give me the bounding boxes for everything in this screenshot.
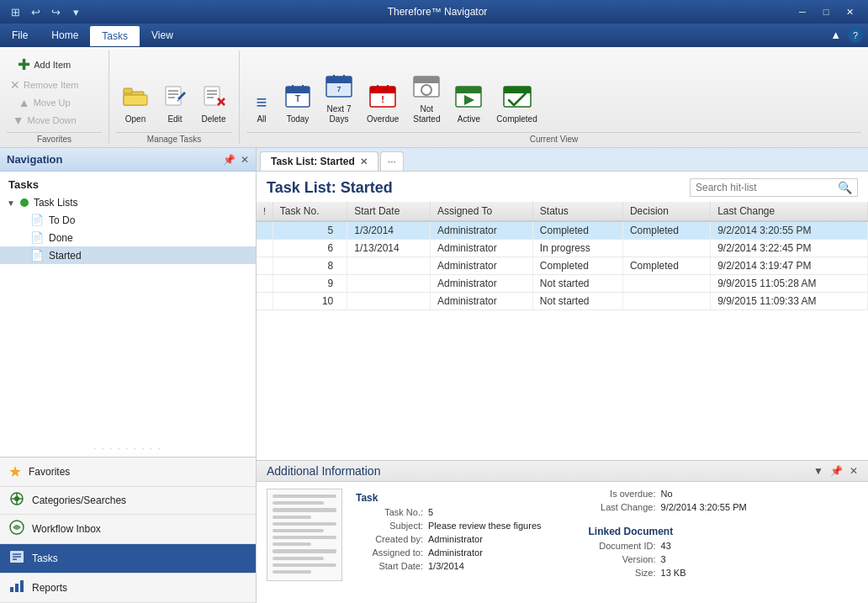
app-icon: ⊞ xyxy=(7,3,24,20)
customize-icon[interactable]: ▾ xyxy=(67,3,84,20)
flag-cell xyxy=(257,240,273,257)
col-last-change[interactable]: Last Change xyxy=(711,202,868,221)
undo-icon[interactable]: ↩ xyxy=(27,3,44,20)
table-row[interactable]: 5 1/3/2014 Administrator Completed Compl… xyxy=(257,221,868,240)
menu-item-view[interactable]: View xyxy=(140,24,185,46)
remove-item-button[interactable]: ✕ Remove Item xyxy=(7,77,82,93)
minimize-button[interactable]: ─ xyxy=(791,0,814,24)
nav-resize-handle[interactable]: · · · · · · · · · xyxy=(0,441,256,457)
tree-item-task-lists[interactable]: ▼ Task Lists xyxy=(0,194,256,211)
nav-bottom-workflow-inbox[interactable]: Workflow Inbox xyxy=(0,515,256,544)
document-preview xyxy=(267,489,342,581)
menu-item-file[interactable]: File xyxy=(0,24,40,46)
info-collapse-icon[interactable]: ▼ xyxy=(813,465,823,477)
all-button[interactable]: All xyxy=(246,68,277,129)
to-do-doc-icon: 📄 xyxy=(30,214,44,226)
svg-rect-43 xyxy=(504,90,531,93)
info-row-size: Size: 13 KB xyxy=(589,568,747,578)
active-button[interactable]: Active xyxy=(448,68,489,129)
nav-bottom-reports[interactable]: Reports xyxy=(0,574,256,603)
delete-button[interactable]: Delete xyxy=(195,68,232,129)
nav-pin-icon[interactable]: 📌 xyxy=(223,154,236,166)
info-close-icon[interactable]: ✕ xyxy=(849,465,858,477)
edit-button[interactable]: Edit xyxy=(156,68,193,129)
table-row[interactable]: 10 Administrator Not started 9/9/2015 11… xyxy=(257,293,868,310)
table-row[interactable]: 9 Administrator Not started 9/9/2015 11:… xyxy=(257,275,868,293)
status-cell: Not started xyxy=(532,275,622,293)
app-title: Therefore™ Navigator xyxy=(84,6,791,18)
workflow-icon xyxy=(8,520,25,538)
help-icon[interactable]: ? xyxy=(848,28,863,43)
start-date-value: 1/3/2014 xyxy=(428,561,464,571)
size-label: Size: xyxy=(589,568,656,578)
created-by-value: Administrator xyxy=(428,534,483,544)
task-no-label: Task No.: xyxy=(356,507,423,517)
task-lists-label: Task Lists xyxy=(34,197,78,209)
table-row[interactable]: 8 Administrator Completed Completed 9/2/… xyxy=(257,257,868,275)
started-doc-icon: 📄 xyxy=(30,249,44,262)
right-pane: Task List: Started ✕ ··· Task List: Star… xyxy=(257,148,868,603)
start-date-cell xyxy=(347,275,431,293)
info-col-left: Task Task No.: 5 Subject: Please review … xyxy=(356,489,542,581)
move-down-button[interactable]: ▼ Move Down xyxy=(9,112,80,129)
today-button[interactable]: T Today xyxy=(278,68,317,129)
doc-id-label: Document ID: xyxy=(589,541,656,551)
nav-bottom-tasks[interactable]: Tasks xyxy=(0,544,256,574)
search-input[interactable] xyxy=(696,182,838,193)
nav-close-icon[interactable]: ✕ xyxy=(241,154,249,166)
svg-rect-55 xyxy=(20,580,24,592)
col-assigned-to[interactable]: Assigned To xyxy=(430,202,532,221)
notstarted-button[interactable]: NotStarted xyxy=(406,68,447,129)
svg-rect-29 xyxy=(370,90,395,93)
add-icon: ✚ xyxy=(18,56,30,74)
overdue-button[interactable]: ! Overdue xyxy=(361,68,405,129)
svg-rect-53 xyxy=(10,587,13,592)
tree-item-to-do[interactable]: 📄 To Do xyxy=(0,211,256,229)
start-date-cell xyxy=(347,293,431,310)
svg-rect-2 xyxy=(124,88,132,93)
reports-icon xyxy=(8,579,25,597)
collapse-icon[interactable]: ▲ xyxy=(830,29,841,41)
assigned-to-cell: Administrator xyxy=(430,221,532,240)
preview-line xyxy=(273,549,336,553)
tree-item-done[interactable]: 📄 Done xyxy=(0,229,256,246)
overdue-icon: ! xyxy=(368,83,397,113)
add-item-button[interactable]: ✚ Add Item xyxy=(14,54,74,76)
completed-button[interactable]: Completed xyxy=(490,68,542,129)
task-list-pane: ! Task No. Start Date Assigned To Status… xyxy=(257,202,868,460)
tab-task-list-started[interactable]: Task List: Started ✕ xyxy=(260,151,378,171)
redo-icon[interactable]: ↪ xyxy=(47,3,64,20)
notstarted-label: NotStarted xyxy=(413,104,440,124)
search-box[interactable]: 🔍 xyxy=(690,178,858,197)
nav-bottom-favorites[interactable]: ★ Favorites xyxy=(0,458,256,487)
col-decision[interactable]: Decision xyxy=(622,202,710,221)
maximize-button[interactable]: □ xyxy=(814,0,838,24)
menu-item-tasks[interactable]: Tasks xyxy=(90,26,140,46)
info-pin-icon[interactable]: 📌 xyxy=(830,465,843,477)
nav-bottom: ★ Favorites Categories/Searches xyxy=(0,457,256,603)
tree-item-started[interactable]: 📄 Started xyxy=(0,246,256,264)
assigned-to-value: Administrator xyxy=(428,547,483,558)
open-button[interactable]: Open xyxy=(116,68,155,129)
move-up-button[interactable]: ▲ Move Up xyxy=(15,94,74,111)
nav-title: Navigation xyxy=(7,153,62,166)
close-button[interactable]: ✕ xyxy=(838,0,861,24)
table-row[interactable]: 6 1/13/2014 Administrator In progress 9/… xyxy=(257,240,868,257)
col-task-no[interactable]: Task No. xyxy=(273,202,347,221)
menu-item-home[interactable]: Home xyxy=(40,24,90,46)
tab-more-button[interactable]: ··· xyxy=(380,151,404,171)
next7days-button[interactable]: 7 Next 7Days xyxy=(319,68,359,129)
nav-bottom-categories[interactable]: Categories/Searches xyxy=(0,487,256,515)
assigned-to-label: Assigned to: xyxy=(356,547,423,558)
last-change-cell: 9/2/2014 3:19:47 PM xyxy=(711,257,868,275)
assigned-to-cell: Administrator xyxy=(430,293,532,310)
tab-close-icon[interactable]: ✕ xyxy=(360,156,368,167)
is-overdue-value: No xyxy=(661,489,673,499)
nav-controls: 📌 ✕ xyxy=(223,154,249,166)
col-status[interactable]: Status xyxy=(532,202,622,221)
col-start-date[interactable]: Start Date xyxy=(347,202,431,221)
subject-label: Subject: xyxy=(356,521,423,531)
edit-icon xyxy=(162,83,188,113)
ribbon-group-favorites: ✚ Add Item ✕ Remove Item ▲ Move Up ▼ Mov… xyxy=(0,50,109,144)
subject-value: Please review these figures xyxy=(428,521,542,531)
